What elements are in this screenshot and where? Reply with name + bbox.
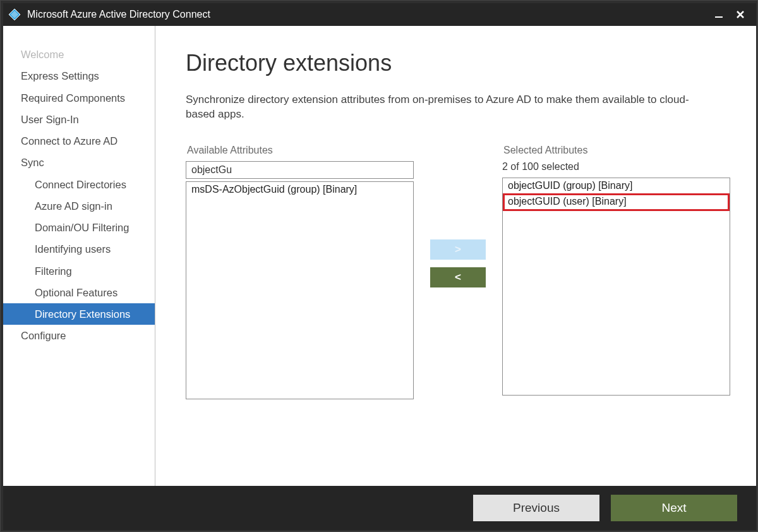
window-title: Microsoft Azure Active Directory Connect (27, 9, 708, 20)
content-area: Directory extensions Synchronize directo… (155, 26, 756, 486)
available-filter-input[interactable] (186, 161, 414, 179)
nav-optional-features[interactable]: Optional Features (3, 282, 155, 303)
minimize-button[interactable] (708, 6, 730, 23)
nav-user-sign-in[interactable]: User Sign-In (3, 109, 155, 130)
nav-directory-extensions[interactable]: Directory Extensions (3, 303, 155, 325)
nav-required-components[interactable]: Required Components (3, 87, 155, 109)
available-item[interactable]: msDS-AzObjectGuid (group) [Binary] (186, 182, 413, 197)
titlebar: Microsoft Azure Active Directory Connect (3, 3, 756, 26)
azure-icon (8, 8, 21, 21)
attribute-columns: Available Attributes msDS-AzObjectGuid (… (186, 145, 731, 399)
svg-rect-2 (715, 16, 723, 18)
footer: Previous Next (3, 486, 756, 530)
selected-item-highlighted[interactable]: objectGUID (user) [Binary] (503, 193, 730, 211)
available-label: Available Attributes (186, 145, 414, 156)
nav-filtering[interactable]: Filtering (3, 260, 155, 282)
page-title: Directory extensions (186, 50, 731, 76)
selected-count: 2 of 100 selected (502, 161, 730, 172)
selected-label: Selected Attributes (502, 145, 730, 156)
available-column: Available Attributes msDS-AzObjectGuid (… (186, 145, 414, 399)
selected-item[interactable]: objectGUID (group) [Binary] (503, 178, 730, 193)
nav-connect-azure-ad[interactable]: Connect to Azure AD (3, 130, 155, 152)
nav-identifying-users[interactable]: Identifying users (3, 238, 155, 260)
page-description: Synchronize directory extension attribut… (186, 93, 716, 122)
remove-attribute-button[interactable]: < (430, 267, 486, 287)
nav-connect-directories[interactable]: Connect Directories (3, 174, 155, 195)
mover-buttons: > < (426, 145, 490, 287)
previous-button[interactable]: Previous (473, 495, 599, 521)
add-attribute-button[interactable]: > (430, 239, 486, 260)
next-button[interactable]: Next (611, 495, 737, 521)
nav-welcome: Welcome (3, 44, 155, 65)
nav-configure[interactable]: Configure (3, 325, 155, 346)
selected-column: Selected Attributes 2 of 100 selected ob… (502, 145, 730, 396)
selected-listbox[interactable]: objectGUID (group) [Binary] objectGUID (… (502, 178, 730, 396)
nav-azure-ad-sign-in[interactable]: Azure AD sign-in (3, 195, 155, 217)
available-listbox[interactable]: msDS-AzObjectGuid (group) [Binary] (186, 181, 414, 399)
nav-domain-ou-filtering[interactable]: Domain/OU Filtering (3, 217, 155, 238)
close-button[interactable] (730, 6, 751, 23)
sidebar: Welcome Express Settings Required Compon… (3, 26, 155, 486)
main-area: Welcome Express Settings Required Compon… (3, 26, 756, 486)
nav-express-settings[interactable]: Express Settings (3, 65, 155, 87)
nav-sync[interactable]: Sync (3, 152, 155, 173)
